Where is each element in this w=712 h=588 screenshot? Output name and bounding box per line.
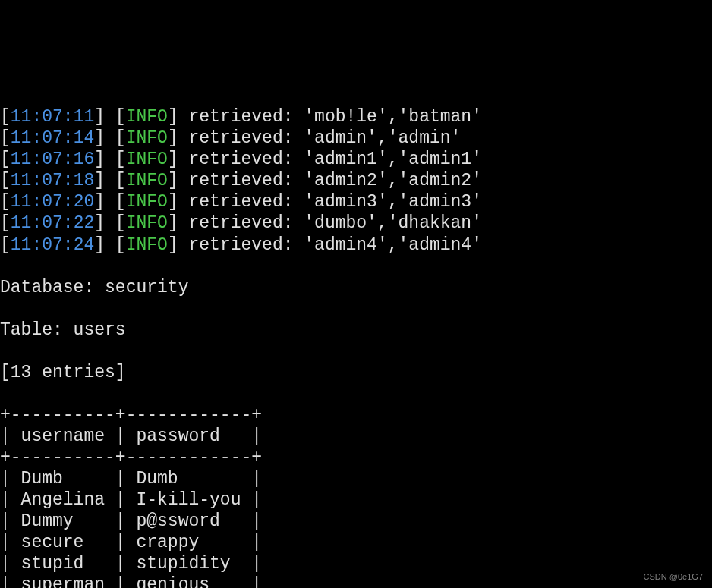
- terminal-output: [11:07:11] [INFO] retrieved: 'mob!le','b…: [0, 85, 712, 588]
- log-timestamp: 11:07:16: [11, 149, 94, 169]
- log-level: INFO: [126, 128, 168, 148]
- table-row: | Angelina | I-kill-you |: [0, 489, 712, 511]
- table-border: +----------+------------+: [0, 404, 712, 426]
- results-table: +----------+------------+| username | pa…: [0, 404, 712, 588]
- log-timestamp: 11:07:14: [11, 128, 94, 148]
- log-level: INFO: [126, 107, 168, 127]
- log-line: [11:07:16] [INFO] retrieved: 'admin1','a…: [0, 149, 712, 170]
- log-message: retrieved: 'admin','admin': [188, 128, 461, 148]
- table-header: | username | password |: [0, 426, 712, 447]
- log-level: INFO: [126, 149, 168, 169]
- log-timestamp: 11:07:20: [11, 192, 94, 212]
- log-timestamp: 11:07:18: [11, 171, 94, 190]
- log-message: retrieved: 'admin3','admin3': [188, 192, 481, 212]
- log-level: INFO: [126, 192, 168, 212]
- log-level: INFO: [126, 213, 168, 233]
- log-timestamp: 11:07:24: [11, 235, 94, 255]
- log-line: [11:07:24] [INFO] retrieved: 'admin4','a…: [0, 234, 712, 256]
- log-line: [11:07:22] [INFO] retrieved: 'dumbo','dh…: [0, 212, 712, 234]
- table-line: Table: users: [0, 319, 712, 341]
- table-row: | Dummy | p@ssword |: [0, 511, 712, 532]
- entries-line: [13 entries]: [0, 362, 712, 383]
- log-message: retrieved: 'dumbo','dhakkan': [188, 213, 481, 233]
- log-lines: [11:07:11] [INFO] retrieved: 'mob!le','b…: [0, 106, 712, 255]
- log-line: [11:07:11] [INFO] retrieved: 'mob!le','b…: [0, 106, 712, 127]
- table-row: | stupid | stupidity |: [0, 553, 712, 574]
- log-level: INFO: [126, 235, 168, 255]
- log-timestamp: 11:07:22: [11, 213, 94, 233]
- watermark: CSDN @0e1G7: [644, 572, 703, 582]
- log-message: retrieved: 'admin4','admin4': [188, 235, 481, 255]
- log-line: [11:07:18] [INFO] retrieved: 'admin2','a…: [0, 170, 712, 191]
- database-line: Database: security: [0, 277, 712, 298]
- table-row: | secure | crappy |: [0, 532, 712, 553]
- table-row: | Dumb | Dumb |: [0, 468, 712, 489]
- table-border: +----------+------------+: [0, 447, 712, 468]
- log-message: retrieved: 'mob!le','batman': [188, 107, 481, 127]
- log-level: INFO: [126, 171, 168, 190]
- table-row: | superman | genious |: [0, 574, 712, 588]
- log-message: retrieved: 'admin2','admin2': [188, 171, 481, 190]
- log-timestamp: 11:07:11: [11, 107, 94, 127]
- log-line: [11:07:14] [INFO] retrieved: 'admin','ad…: [0, 127, 712, 149]
- log-message: retrieved: 'admin1','admin1': [188, 149, 481, 169]
- log-line: [11:07:20] [INFO] retrieved: 'admin3','a…: [0, 191, 712, 212]
